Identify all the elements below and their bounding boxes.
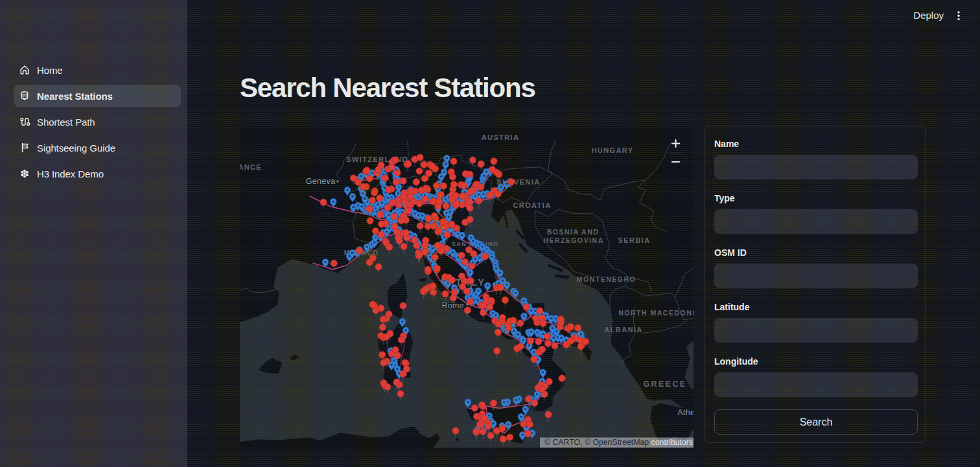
svg-text:© CARTO, © OpenStreetMap contr: © CARTO, © OpenStreetMap contributors — [544, 438, 693, 447]
svg-text:Rome: Rome — [441, 301, 464, 310]
svg-text:Geneva: Geneva — [306, 177, 336, 186]
svg-text:SERBIA: SERBIA — [618, 236, 651, 244]
svg-text:FRANCE: FRANCE — [240, 163, 262, 171]
svg-text:NORTH MACEDONIA: NORTH MACEDONIA — [618, 309, 694, 317]
svg-text:HERZEGOVINA: HERZEGOVINA — [543, 236, 604, 244]
svg-text:Athens: Athens — [677, 408, 694, 417]
svg-text:AUSTRIA: AUSTRIA — [482, 133, 520, 141]
svg-text:HUNGARY: HUNGARY — [591, 146, 633, 154]
svg-text:MONTENEGRO: MONTENEGRO — [577, 275, 636, 283]
svg-text:CROATIA: CROATIA — [513, 201, 551, 209]
svg-text:ALBANIA: ALBANIA — [604, 326, 642, 334]
svg-text:GREECE: GREECE — [643, 380, 686, 389]
svg-text:BOSNIA AND: BOSNIA AND — [547, 228, 600, 236]
